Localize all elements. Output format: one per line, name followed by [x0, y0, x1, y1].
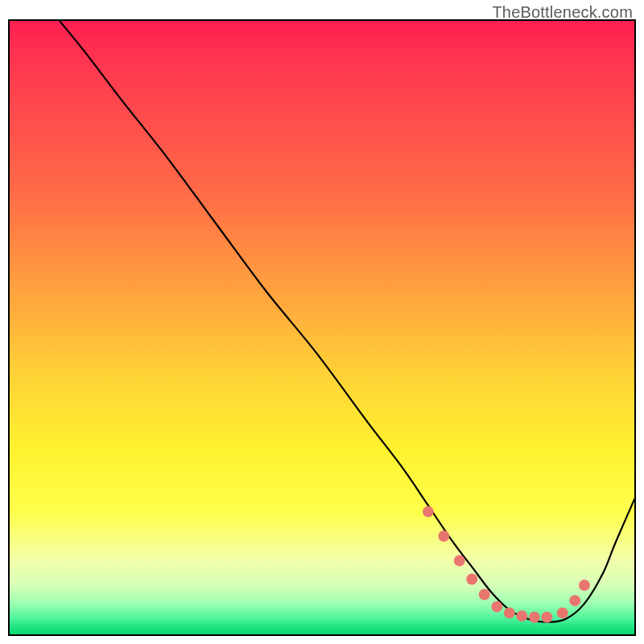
chart-container: TheBottleneck.com — [0, 0, 644, 644]
plot-area — [8, 19, 636, 636]
gradient-background — [10, 21, 634, 634]
